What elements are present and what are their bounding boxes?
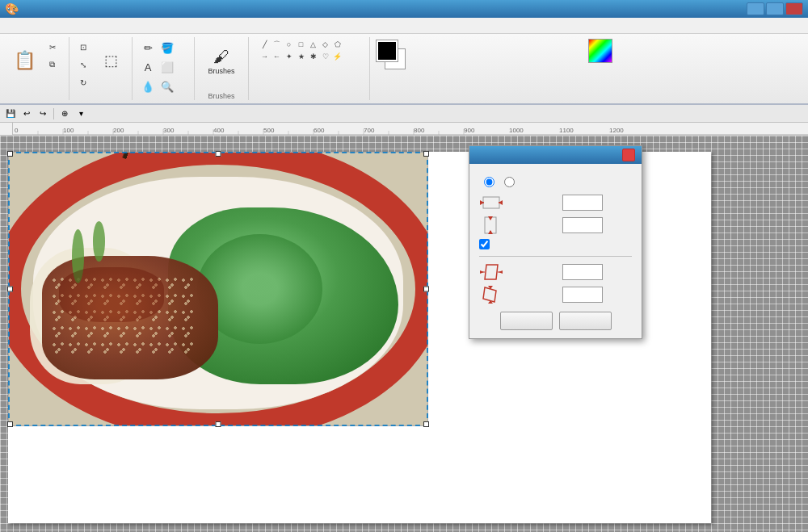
app-icon: 🎨 — [5, 2, 19, 15]
h-resize-input[interactable] — [562, 195, 603, 211]
brush-icon: 🖌 — [213, 48, 229, 65]
svg-text:0: 0 — [15, 127, 19, 134]
customize-qa-button[interactable]: ▾ — [74, 107, 88, 121]
pixels-radio[interactable] — [504, 177, 515, 187]
ruler-horizontal: 0 100 200 300 400 500 600 700 800 900 10… — [13, 123, 808, 136]
menu-home[interactable] — [16, 24, 29, 27]
shape-heart[interactable]: ♡ — [320, 51, 331, 62]
svg-text:1000: 1000 — [509, 127, 524, 134]
shape-triangle[interactable]: △ — [308, 39, 319, 50]
color1-swatch[interactable] — [377, 40, 398, 61]
shape-arrow-r[interactable]: → — [259, 51, 271, 62]
svg-text:500: 500 — [263, 127, 275, 134]
magnify-tool[interactable]: 🔍 — [158, 77, 176, 95]
save-qa-button[interactable]: 💾 — [3, 107, 18, 121]
undo-qa-button[interactable]: ↩ — [19, 107, 34, 121]
resize-button[interactable]: ⤡ — [76, 57, 93, 73]
svg-text:100: 100 — [63, 127, 74, 134]
dialog-close-button[interactable] — [622, 149, 635, 161]
shape-star5[interactable]: ★ — [296, 51, 307, 62]
percentage-radio[interactable] — [484, 177, 494, 187]
size-button[interactable] — [351, 74, 360, 90]
shape-arrow-l[interactable]: ← — [271, 51, 283, 62]
paste-icon: 📋 — [14, 52, 36, 69]
ruler-container: 0 100 200 300 400 500 600 700 800 900 10… — [0, 123, 808, 136]
h-skew-icon-container — [479, 263, 503, 281]
v-resize-input[interactable] — [562, 217, 603, 233]
color-selectors — [377, 39, 406, 71]
tools-content: ✏ 🪣 A ⬜ 💧 🔍 — [139, 37, 187, 98]
shape-pentagon[interactable]: ⬠ — [332, 39, 343, 50]
v-skew-input[interactable] — [562, 287, 603, 303]
ribbon-brushes: 🖌 Brushes Brushes — [195, 37, 249, 100]
menu-view[interactable] — [29, 24, 42, 27]
v-resize-icon — [480, 216, 503, 234]
crop-button[interactable]: ⊡ — [76, 39, 93, 55]
cut-icon: ✂ — [49, 43, 56, 52]
colors-content — [377, 37, 621, 98]
ribbon-tools: ✏ 🪣 A ⬜ 💧 🔍 — [133, 37, 195, 100]
edit-colors-container — [580, 39, 621, 65]
resize-skew-dialog[interactable] — [469, 145, 642, 339]
v-resize-icon-container — [479, 216, 503, 234]
ribbon-image: ⊡ ⤡ ↻ ⬚ — [69, 37, 133, 100]
copy-button[interactable]: ⧉ — [45, 57, 62, 73]
svg-text:1100: 1100 — [559, 127, 574, 134]
shape-curve[interactable]: ⌒ — [271, 39, 283, 50]
palette-container — [412, 39, 574, 40]
fill-dropdown-button[interactable] — [351, 57, 360, 73]
rainbow-swatch[interactable] — [588, 39, 612, 63]
dialog-buttons — [479, 312, 632, 330]
shape-rect[interactable]: □ — [296, 39, 307, 50]
svg-marker-66 — [480, 270, 484, 274]
svg-marker-64 — [485, 265, 498, 279]
pencil-tool[interactable]: ✏ — [139, 39, 157, 57]
food-image — [8, 152, 428, 426]
aspect-ratio-row — [479, 239, 632, 249]
shape-diamond[interactable]: ◇ — [320, 39, 331, 50]
ok-button[interactable] — [500, 312, 553, 330]
ribbon: 📋 ✂ ⧉ ⊡ — [0, 34, 808, 105]
tools-col: ✏ 🪣 A ⬜ 💧 🔍 — [139, 39, 187, 95]
fill-tool[interactable]: 🪣 — [158, 39, 176, 57]
paste-button[interactable]: 📋 — [6, 39, 42, 84]
v-skew-row — [479, 286, 632, 304]
maintain-aspect-checkbox[interactable] — [479, 239, 490, 249]
svg-text:400: 400 — [213, 127, 225, 134]
h-resize-icon — [480, 194, 503, 212]
cancel-button[interactable] — [559, 312, 612, 330]
shape-oval[interactable]: ○ — [284, 39, 295, 50]
minimize-button[interactable] — [747, 2, 764, 15]
color-pair — [377, 40, 406, 69]
maximize-button[interactable] — [766, 2, 784, 15]
svg-rect-54 — [483, 197, 499, 208]
outline-button[interactable] — [351, 39, 360, 55]
color-pick-tool[interactable]: 💧 — [139, 77, 157, 95]
shape-lightning[interactable]: ⚡ — [332, 51, 343, 62]
shape-star4[interactable]: ✦ — [284, 51, 295, 62]
eraser-tool[interactable]: ⬜ — [158, 58, 176, 76]
svg-text:1200: 1200 — [609, 127, 624, 134]
redo-qa-button[interactable]: ↪ — [36, 107, 50, 121]
svg-marker-68 — [499, 270, 503, 274]
text-tool[interactable]: A — [139, 58, 157, 76]
brushes-button[interactable]: 🖌 Brushes — [201, 39, 242, 84]
select-button[interactable]: ⬚ — [96, 39, 125, 84]
svg-text:800: 800 — [414, 127, 425, 134]
menu-bar — [0, 18, 808, 34]
ribbon-clipboard: 📋 ✂ ⧉ — [0, 37, 69, 100]
image-col: ⊡ ⤡ ↻ — [76, 39, 93, 90]
shape-line[interactable]: ╱ — [259, 39, 271, 50]
shapes-main-col: ╱ ⌒ ○ □ △ ◇ ⬠ → ← ✦ ★ ✱ ♡ ⚡ — [259, 39, 348, 62]
h-skew-input[interactable] — [562, 264, 603, 280]
menu-file[interactable] — [3, 24, 16, 27]
cut-button[interactable]: ✂ — [45, 39, 62, 55]
svg-text:300: 300 — [163, 127, 175, 134]
rotate-button[interactable]: ↻ — [76, 74, 93, 90]
close-button[interactable] — [785, 2, 803, 15]
shape-star6[interactable]: ✱ — [308, 51, 319, 62]
dialog-divider — [479, 256, 632, 257]
rotate-icon: ↻ — [80, 78, 86, 87]
qa-extra[interactable]: ⊕ — [57, 107, 72, 121]
ribbon-colors — [370, 37, 627, 100]
